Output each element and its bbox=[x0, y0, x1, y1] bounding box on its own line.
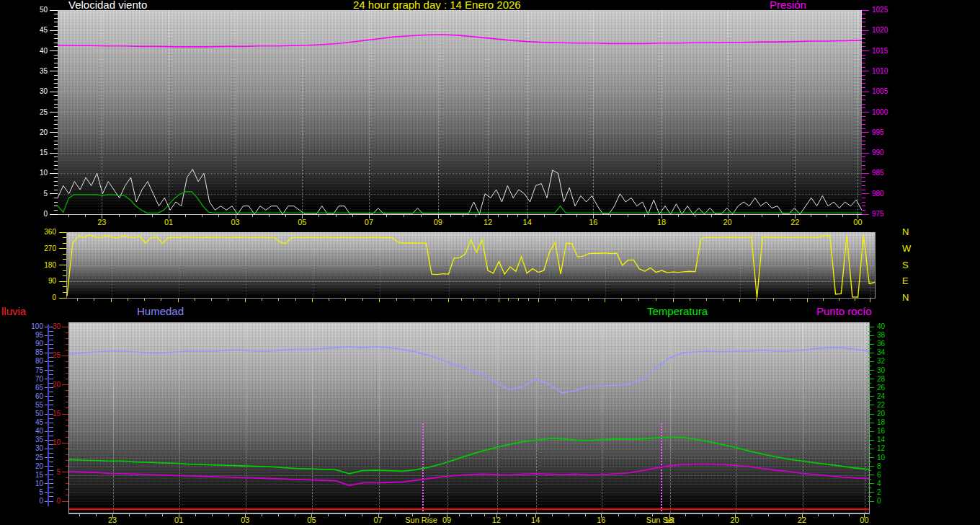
wind-speed-y-axis-label: 40 bbox=[19, 47, 48, 56]
x-tick bbox=[484, 514, 485, 516]
pressure-title: Presión bbox=[770, 0, 806, 11]
x-tick bbox=[129, 514, 130, 516]
temperature-y-axis-label: 12 bbox=[877, 444, 903, 453]
x-tick bbox=[723, 299, 723, 301]
x-tick bbox=[269, 215, 270, 217]
x-tick bbox=[362, 514, 362, 516]
pressure-y-axis-label: 975 bbox=[872, 210, 901, 219]
sunset-label: Sun Set bbox=[646, 516, 674, 524]
x-tick bbox=[858, 215, 858, 219]
temperature-y-axis-label: 40 bbox=[877, 322, 903, 331]
x-tick bbox=[79, 514, 80, 516]
x-tick bbox=[842, 215, 843, 217]
x-tick bbox=[795, 215, 796, 219]
x-tick bbox=[228, 514, 229, 516]
pressure-y-axis-label: 1010 bbox=[872, 67, 901, 76]
x-tick bbox=[678, 215, 679, 217]
x-tick bbox=[395, 514, 396, 516]
x-tick bbox=[112, 514, 113, 518]
temperature-y-axis-label: 38 bbox=[877, 331, 903, 340]
x-tick bbox=[195, 514, 196, 516]
x-tick bbox=[585, 514, 586, 516]
x-tick bbox=[506, 514, 507, 516]
x-tick bbox=[756, 299, 757, 301]
x-tick bbox=[102, 215, 102, 219]
x-tick bbox=[450, 215, 451, 217]
x-tick bbox=[438, 215, 439, 219]
x-tick bbox=[711, 215, 712, 217]
series-layer bbox=[58, 10, 862, 214]
x-tick bbox=[811, 215, 811, 217]
x-tick bbox=[496, 514, 497, 518]
x-tick bbox=[601, 514, 602, 518]
x-tick bbox=[535, 514, 536, 518]
series-rain bbox=[69, 508, 869, 510]
x-tick bbox=[146, 514, 146, 516]
wind-direction-chart bbox=[66, 232, 876, 299]
x-tick bbox=[685, 514, 686, 516]
pressure-y-axis-label: 1015 bbox=[872, 47, 901, 56]
wind-speed-y-axis-label: 0 bbox=[19, 210, 48, 219]
x-tick bbox=[527, 215, 528, 219]
x-tick bbox=[618, 514, 619, 516]
x-tick bbox=[295, 299, 296, 301]
series-wind-direction bbox=[67, 235, 875, 298]
x-tick bbox=[329, 299, 329, 301]
direction-y-axis-label: 90 bbox=[29, 277, 56, 286]
x-tick bbox=[77, 299, 78, 301]
x-tick bbox=[369, 215, 370, 219]
x-tick bbox=[807, 299, 808, 302]
x-tick bbox=[544, 215, 545, 217]
x-tick bbox=[285, 215, 286, 217]
x-tick bbox=[768, 514, 769, 516]
x-axis-label: 09 bbox=[434, 218, 442, 226]
x-tick bbox=[516, 514, 517, 516]
humidity-temperature-chart bbox=[68, 322, 870, 514]
x-axis-label: 12 bbox=[484, 218, 492, 226]
x-tick bbox=[345, 299, 346, 301]
temperature-title: Temperatura bbox=[647, 306, 708, 317]
wind-speed-y-axis-label: 25 bbox=[19, 108, 48, 117]
x-tick bbox=[278, 299, 279, 301]
x-tick bbox=[447, 514, 447, 518]
humidity-y-axis-label: 45 bbox=[13, 418, 43, 427]
x-tick bbox=[849, 514, 850, 516]
x-tick bbox=[202, 215, 202, 217]
x-tick bbox=[161, 299, 161, 301]
x-tick bbox=[345, 514, 346, 516]
humidity-y-axis-label: 95 bbox=[13, 331, 43, 340]
x-axis-label: 00 bbox=[853, 218, 862, 226]
temperature-y-axis-label: 2 bbox=[877, 488, 903, 497]
pressure-y-axis-label: 985 bbox=[872, 169, 901, 177]
humidity-axis-line bbox=[48, 325, 49, 506]
x-tick bbox=[414, 299, 414, 301]
x-tick bbox=[471, 514, 472, 516]
x-tick bbox=[673, 299, 674, 302]
x-tick bbox=[656, 299, 656, 301]
x-tick bbox=[744, 215, 745, 217]
humidity-title: Humedad bbox=[137, 306, 184, 317]
x-axis-label: 14 bbox=[523, 218, 532, 226]
temperature-y-axis-label: 22 bbox=[877, 401, 903, 410]
wind-speed-y-axis-label: 45 bbox=[19, 26, 48, 35]
x-tick bbox=[644, 215, 645, 217]
x-tick bbox=[152, 215, 153, 217]
humidity-y-axis-label: 10 bbox=[13, 480, 43, 488]
x-tick bbox=[228, 299, 228, 301]
compass-label: E bbox=[902, 275, 909, 286]
x-tick bbox=[318, 215, 319, 217]
wind-speed-y-axis-label: 10 bbox=[19, 169, 48, 177]
direction-y-axis-label: 360 bbox=[29, 228, 56, 237]
rain-title: lluvia bbox=[1, 306, 26, 317]
x-tick bbox=[94, 299, 94, 301]
temperature-y-axis-label: 4 bbox=[877, 480, 903, 488]
x-tick bbox=[785, 514, 786, 516]
x-tick bbox=[379, 299, 380, 302]
x-tick bbox=[476, 215, 476, 217]
humidity-y-axis-label: 55 bbox=[13, 401, 43, 410]
x-tick bbox=[739, 299, 740, 302]
temperature-y-axis-label: 36 bbox=[877, 340, 903, 348]
temperature-y-axis-label: 8 bbox=[877, 462, 903, 471]
x-tick bbox=[635, 514, 636, 516]
humidity-y-axis-label: 40 bbox=[13, 427, 43, 436]
